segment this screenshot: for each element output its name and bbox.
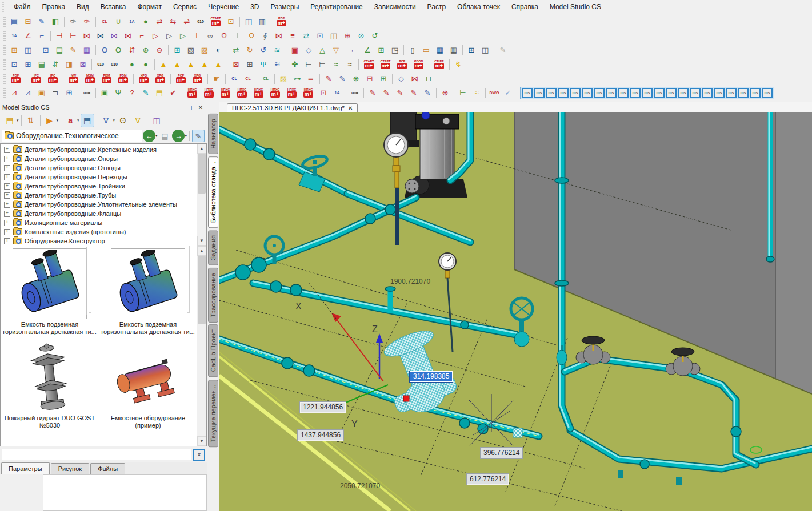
- toolbar-icon[interactable]: ⊶: [291, 73, 303, 85]
- ms-icon[interactable]: ms: [570, 88, 581, 98]
- toolbar-icon[interactable]: ⇵: [49, 58, 62, 71]
- toolbar-icon[interactable]: ▽: [330, 44, 342, 57]
- toolbar-icon[interactable]: ⊕: [341, 30, 354, 42]
- toolbar-icon[interactable]: ⊟: [363, 73, 376, 85]
- toolbar-icon[interactable]: Θ: [116, 114, 130, 127]
- toolbar-icon[interactable]: ✎: [497, 44, 509, 57]
- toolbar-icon[interactable]: ⊠: [230, 58, 242, 71]
- toolbar-icon[interactable]: ≡: [286, 30, 299, 42]
- toolbar-icon[interactable]: ✎: [139, 87, 152, 99]
- toolbar-icon[interactable]: ⇅: [24, 114, 38, 127]
- tree-item-8[interactable]: +Изоляционные материалы: [1, 218, 197, 227]
- expand-icon[interactable]: +: [4, 174, 10, 180]
- toolbar-icon[interactable]: ⊿: [8, 87, 21, 99]
- toolbar-icon[interactable]: ▤: [81, 114, 94, 127]
- toolbar-icon[interactable]: CL: [242, 73, 254, 85]
- export-нпхс-icon[interactable]: НПХСm+: [234, 87, 250, 99]
- toolbar-icon[interactable]: ∇: [99, 114, 113, 127]
- toolbar-icon[interactable]: ⊕: [350, 73, 362, 85]
- toolbar-icon[interactable]: ✎: [380, 87, 393, 99]
- toolbar-icon[interactable]: 010: [94, 58, 107, 71]
- tree-item-7[interactable]: +Детали трубопроводные.Фланцы: [1, 209, 197, 218]
- export-старт-icon[interactable]: СТАРТm+: [361, 58, 377, 71]
- tab-Файлы[interactable]: Файлы: [90, 463, 125, 474]
- toolbar-icon[interactable]: ▤: [35, 58, 48, 71]
- toolbar-icon[interactable]: ⊨: [316, 58, 329, 71]
- toolbar-icon[interactable]: ⇵: [126, 44, 138, 57]
- toolbar-icon[interactable]: ▦: [434, 44, 446, 57]
- side-tab-0[interactable]: Навигатор: [208, 114, 218, 154]
- toolbar-icon[interactable]: ⊞: [375, 44, 387, 57]
- toolbar-icon[interactable]: ▲: [185, 58, 197, 71]
- menu-item-11[interactable]: Растр: [422, 1, 451, 13]
- tree-item-10[interactable]: +Оборудование.Конструктор: [1, 236, 197, 246]
- toolbar-icon[interactable]: ✎: [394, 87, 406, 99]
- tree-item-6[interactable]: +Детали трубопроводные.Уплотнительные эл…: [1, 200, 197, 209]
- viewport-3d-scene[interactable]: Z X Y: [219, 112, 812, 511]
- close-icon[interactable]: ✕: [197, 103, 205, 111]
- scroll-up-icon[interactable]: ▲: [197, 246, 206, 256]
- export-pcf-icon[interactable]: PCFm+: [173, 73, 189, 85]
- toolbar-icon[interactable]: ✎: [366, 87, 379, 99]
- toolbar-icon[interactable]: ◫: [22, 44, 34, 57]
- menu-item-9[interactable]: Редактирование: [305, 1, 368, 13]
- toolbar-icon[interactable]: ▤: [158, 130, 171, 142]
- scroll-down-icon[interactable]: ▼: [197, 236, 206, 246]
- toolbar-icon[interactable]: ▲: [157, 58, 170, 71]
- dropdown-arrow-icon[interactable]: ▾: [57, 118, 59, 123]
- export-нпхс-icon[interactable]: НПХСm+: [185, 87, 200, 99]
- toolbar-icon[interactable]: Ψ: [257, 58, 270, 71]
- toolbar-icon[interactable]: ⊣: [53, 30, 66, 42]
- selected-fitting[interactable]: [513, 428, 522, 437]
- tree-item-5[interactable]: +Детали трубопроводные.Трубы: [1, 191, 197, 200]
- toolbar-icon[interactable]: ⊞: [243, 58, 256, 71]
- ms-icon[interactable]: ms: [702, 88, 713, 98]
- export-cpipe-icon[interactable]: CPIPEm+: [431, 58, 447, 71]
- toolbar-icon[interactable]: ⊥: [231, 30, 244, 42]
- scrollbar-thumb[interactable]: [198, 256, 206, 324]
- ms-icon[interactable]: ms: [546, 88, 557, 98]
- export-нпхс-icon[interactable]: НПХСm+: [251, 87, 266, 99]
- ms-icon[interactable]: ms: [762, 88, 773, 98]
- library-item[interactable]: Емкостное оборудование (пример): [99, 342, 197, 430]
- scroll-down-icon[interactable]: ▼: [197, 436, 206, 446]
- menu-item-12[interactable]: Облака точек: [451, 1, 506, 13]
- toolbar-icon[interactable]: ⋈: [409, 73, 421, 85]
- toolbar-icon[interactable]: Ω: [218, 30, 230, 42]
- toolbar-icon[interactable]: ⊠: [77, 58, 89, 71]
- side-tab-4[interactable]: CadLib Проект: [208, 324, 218, 377]
- toolbar-icon[interactable]: ⋈: [81, 30, 93, 42]
- menu-item-14[interactable]: Model Studio CS: [544, 1, 607, 13]
- menu-item-6[interactable]: Черчение: [202, 1, 245, 13]
- toolbar-icon[interactable]: ▷: [149, 30, 162, 42]
- thumbnail-card[interactable]: [111, 248, 185, 319]
- side-tab-3[interactable]: Трассирование: [208, 268, 218, 323]
- filter-input[interactable]: [2, 449, 191, 460]
- side-tab-2[interactable]: Задания: [208, 230, 218, 265]
- toolbar-icon[interactable]: ⊡: [8, 58, 21, 71]
- menu-item-0[interactable]: Файл: [8, 1, 37, 13]
- toolbar-icon[interactable]: ⊢: [457, 87, 469, 99]
- toolbar-icon[interactable]: ⊕: [439, 87, 451, 99]
- toolbar-icon[interactable]: ⋈: [122, 30, 134, 42]
- toolbar-icon[interactable]: ▤: [53, 44, 66, 57]
- toolbar-icon[interactable]: ↺: [369, 30, 381, 42]
- expand-icon[interactable]: +: [4, 192, 10, 199]
- toolbar-icon[interactable]: ✓: [502, 87, 514, 99]
- tree-item-9[interactable]: +Комплектные изделия (прототипы): [1, 227, 197, 236]
- ms-icon[interactable]: ms: [606, 88, 617, 98]
- export-старт-icon[interactable]: СТАРТm+: [378, 58, 393, 71]
- toolbar-icon[interactable]: ✎: [67, 44, 79, 57]
- ms-icon[interactable]: ms: [678, 88, 689, 98]
- expand-icon[interactable]: +: [4, 156, 10, 162]
- toolbar-icon[interactable]: ⊐: [49, 87, 62, 99]
- toolbar-icon[interactable]: ⊶: [81, 87, 93, 99]
- export-pdm-icon[interactable]: PDMm+: [115, 73, 131, 85]
- toolbar-icon[interactable]: ✎: [336, 73, 349, 85]
- toolbar-icon[interactable]: ▤: [3, 114, 17, 127]
- toolbar-icon[interactable]: ↯: [452, 58, 465, 71]
- toolbar-icon[interactable]: ⌐: [35, 30, 48, 42]
- menu-item-1[interactable]: Правка: [37, 1, 71, 13]
- toolbar-icon[interactable]: ▤: [153, 87, 166, 99]
- expand-icon[interactable]: +: [4, 238, 10, 244]
